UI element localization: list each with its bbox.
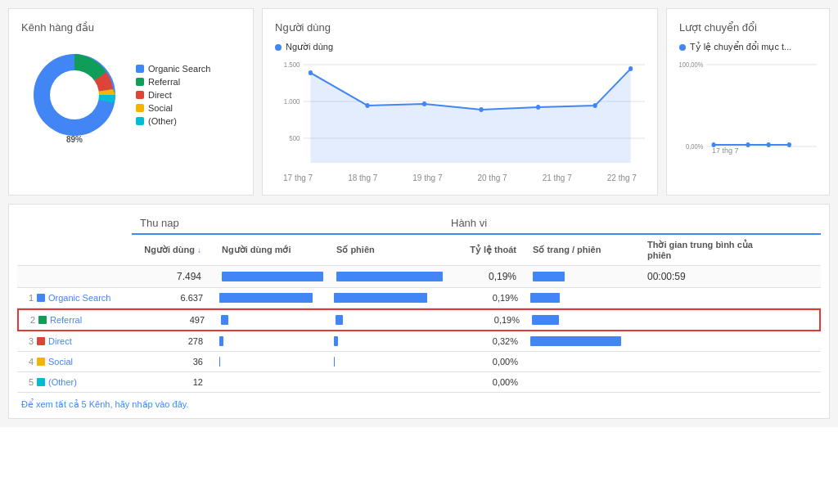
row-4-new-bar [215,357,330,367]
row-5-color-sq [37,378,45,386]
svg-point-13 [536,105,540,110]
row-4-color-sq [37,358,45,366]
total-pages-bar [525,272,639,281]
row-4-sess-bar-fill [334,357,335,367]
x-label-6: 22 thg 7 [607,173,637,182]
svg-point-12 [479,107,483,112]
total-users: 7.494 [132,271,214,282]
row-1-pages-bar-fill [530,293,560,303]
row-3-pages-bar [526,336,641,346]
row-2-new-bar-fill [221,315,228,325]
row-3-label[interactable]: Direct [48,336,133,346]
row-5-users: 12 [133,377,215,387]
organic-label: Organic Search [148,64,210,74]
conv-legend: Tỷ lệ chuyển đổi mục t... [679,42,817,52]
users-title: Người dùng [275,21,645,34]
svg-point-21 [746,142,750,147]
x-label-2: 18 thg 7 [348,173,377,182]
row-1-pages-bar [526,293,641,303]
referral-color [136,78,144,86]
row-3-color [34,337,48,345]
footer-note[interactable]: Để xem tất cả 5 Kênh, hãy nhấp vào đây. [17,399,821,410]
row-1-color-sq [37,294,45,302]
hanh-vi-header: Hành vi [443,213,821,235]
row-3: 3 Direct 278 0,32% [17,331,821,352]
x-label-3: 19 thg 7 [412,173,442,182]
footer-link[interactable]: Để xem tất cả 5 Kênh, hãy nhấp vào đây. [21,399,189,409]
col-bounce-header: Tỷ lệ thoát [443,245,525,255]
row-5-color [34,378,48,386]
x-label-5: 21 thg 7 [543,173,572,182]
social-label: Social [148,103,173,113]
users-dot [275,44,282,51]
row-1-label[interactable]: Organic Search [48,293,133,303]
row-4-num: 4 [17,357,34,367]
row-1-new-bar [215,293,330,303]
row-5-bounce: 0,00% [444,377,526,387]
svg-text:100,00%: 100,00% [679,60,704,69]
row-2-label[interactable]: Referral [50,315,135,325]
row-4-users: 36 [133,357,215,367]
legend-item-direct: Direct [136,90,210,100]
col-sessions-header: Số phiên [328,245,443,255]
row-4-bounce: 0,00% [444,357,526,367]
pie-percentage: 89% [66,135,83,144]
row-1-bounce: 0,19% [444,293,526,303]
users-x-labels: 17 thg 7 18 thg 7 19 thg 7 20 thg 7 21 t… [275,173,645,182]
svg-point-22 [767,142,771,147]
total-pages-bar-fill [533,272,565,281]
col-pages-header: Số trang / phiên [525,245,639,255]
users-legend: Người dùng [275,42,645,52]
users-legend-label: Người dùng [286,42,333,52]
row-1-sess-bar [330,293,444,303]
legend-item-organic: Organic Search [136,64,210,74]
referral-label: Referral [148,77,180,87]
total-avgtime: 00:00:59 [639,271,754,282]
channels-legend: Organic Search Referral Direct Social [136,64,210,126]
legend-item-social: Social [136,103,210,113]
x-label-4: 20 thg 7 [477,173,507,182]
row-3-users: 278 [133,336,215,346]
row-3-pages-bar-fill [530,336,621,346]
organic-color [136,65,144,73]
row-1-new-bar-fill [219,293,313,303]
row-2-bounce: 0,19% [446,315,528,325]
channels-title: Kênh hàng đầu [21,21,241,34]
row-2-sess-bar-fill [336,315,343,325]
thu-nap-header: Thu nap [132,213,443,235]
top-row: Kênh hàng đầu [8,8,830,196]
other-color [136,117,144,125]
col-avgtime-header: Thời gian trung bình của phiên [639,240,754,260]
pie-chart: 89% 89% [21,42,128,148]
row-5-label[interactable]: (Other) [48,377,133,387]
total-sessions-bar-fill [336,272,443,281]
row-2-num: 2 [19,315,35,325]
svg-point-10 [365,103,369,108]
conv-legend-label: Tỷ lệ chuyển đổi mục t... [690,42,791,52]
row-5-pages-bar [526,377,641,387]
dashboard: Kênh hàng đầu [0,0,838,427]
users-chart: 1.500 1.000 500 [275,56,645,171]
row-1-num: 1 [17,293,34,303]
row-2-users: 497 [135,315,217,325]
row-4-color [34,358,48,366]
svg-point-1 [50,70,99,119]
row-4-label[interactable]: Social [48,357,133,367]
svg-point-15 [628,66,633,71]
row-3-num: 3 [17,336,34,346]
row-5-sess-bar [330,377,444,387]
svg-point-11 [422,101,426,106]
row-5-new-bar [215,377,330,387]
conversion-chart: 100,00% 0,00% 17 thg 7 [679,56,817,171]
users-card: Người dùng Người dùng 1.500 1.000 500 [262,8,658,196]
total-sessions-bar [328,272,443,281]
row-3-new-bar [215,336,330,346]
svg-point-23 [787,142,791,147]
x-label-1: 17 thg 7 [283,173,313,182]
row-4: 4 Social 36 0,00% [17,352,821,372]
row-5-num: 5 [17,377,34,387]
legend-item-referral: Referral [136,77,210,87]
social-color [136,104,144,112]
sort-icon: ↓ [197,245,201,254]
direct-label: Direct [148,90,172,100]
